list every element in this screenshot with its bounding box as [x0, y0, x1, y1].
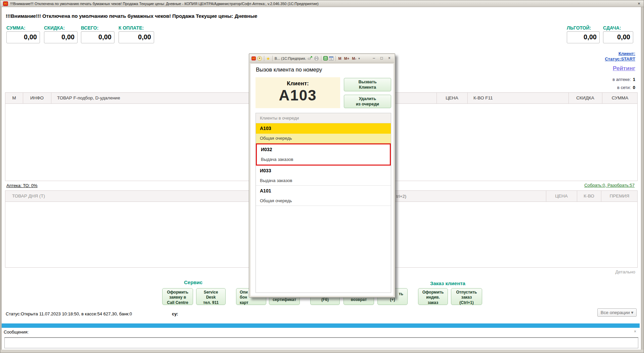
col-day-premium[interactable]: ПРЕМИЯ [601, 191, 638, 202]
order-section-title: Заказ клиента [430, 280, 465, 286]
col-day-qty[interactable]: К-ВО [577, 191, 601, 202]
in-pharmacy-counter: в аптеке:1 [612, 77, 635, 82]
col-info[interactable]: ИНФО [23, 93, 51, 103]
messages-close-icon[interactable]: × [634, 329, 636, 334]
call-centre-button[interactable]: Оформить заявку в Call Centre [162, 288, 193, 305]
queue-item-type: Выдача заказов [256, 176, 391, 186]
discount-label: СКИДКА: [44, 25, 65, 31]
queue-item-name: А103 [256, 123, 391, 134]
sum-label: СУММА: [6, 25, 26, 31]
dialog-minimize-button[interactable]: – [371, 56, 377, 61]
col-qty[interactable]: К-ВО F11 [467, 93, 568, 103]
release-order-button[interactable]: Отпустить заказ (Ctrl+1) [451, 288, 482, 305]
favorites-star-icon[interactable]: ★ [266, 56, 270, 61]
queue-item-type: Общая очередь [256, 134, 391, 143]
svg-text:31: 31 [330, 58, 332, 60]
1c-logo-icon: 1С [3, 1, 8, 6]
queue-item-a103[interactable]: А103 Общая очередь [256, 123, 391, 143]
window-bottom-edge [0, 350, 644, 353]
service-desk-button[interactable]: Service Desk тел. 911 [196, 288, 226, 305]
messages-label: Сообщения: [4, 329, 29, 335]
sum-field: 0,00 [6, 31, 40, 43]
window-titlebar: 1С !!!Внимание!!! Отключена по умолчанию… [0, 0, 644, 7]
discount-field: 0,00 [44, 31, 78, 43]
warning-banner: !!!Внимание!!! Отключена по умолчанию пе… [6, 13, 257, 19]
change-field: 0,00 [603, 31, 633, 43]
remove-from-queue-button[interactable]: Удалить из очереди [344, 95, 391, 108]
memory-m-plus-button[interactable]: М+ [343, 56, 350, 60]
status-start-link[interactable]: Статус:START [605, 56, 635, 62]
pos-main-window: 1С !!!Внимание!!! Отключена по умолчанию… [0, 0, 644, 353]
su-label: су: [172, 311, 178, 316]
call-client-button[interactable]: Вызвать Клиента [344, 78, 391, 91]
memory-m-button[interactable]: М [338, 56, 342, 60]
detail-label: Детально [615, 269, 635, 274]
collect-disassemble-link[interactable]: Собрать:0, Разобрать:57 [584, 183, 635, 188]
link-icon[interactable] [308, 56, 313, 61]
queue-item-name: И033 [256, 166, 391, 176]
messages-input[interactable] [4, 337, 638, 348]
register-status-text: Статус:Открыта 11.07.2023 10:18:50, в ка… [6, 311, 132, 316]
individual-order-button[interactable]: Оформить индив. заказ [418, 288, 448, 305]
col-day-price[interactable]: ЦЕНА [546, 191, 577, 202]
in-network-counter: в сети:0 [617, 85, 635, 90]
calculator-icon[interactable] [323, 56, 328, 61]
queue-item-i033[interactable]: И033 Выдача заказов [256, 166, 391, 186]
client-queue-list: Клиенты в очереди А103 Общая очередь И03… [256, 113, 391, 293]
1c-logo-icon: 1С [251, 56, 256, 60]
col-price[interactable]: ЦЕНА [436, 93, 467, 103]
plus-button-hotkey: (+) [378, 297, 407, 302]
queue-item-name: И032 [257, 144, 390, 155]
calendar-icon[interactable]: 31 [329, 56, 333, 61]
service-section-title: Сервис [184, 279, 202, 285]
benefit-label: ЛЬГОТОЙ: [567, 25, 591, 31]
col-sum[interactable]: СУММА [602, 93, 638, 103]
to-pay-label: К ОПЛАТЕ: [119, 25, 144, 31]
rating-link[interactable]: Рейтинг [613, 65, 635, 72]
memory-m-minus-button[interactable]: М- [351, 56, 357, 60]
queue-item-name: А101 [256, 186, 391, 196]
total-label: ВСЕГО: [81, 25, 98, 31]
total-field: 0,00 [81, 31, 114, 43]
queue-list-header: Клиенты в очереди [256, 113, 391, 123]
dialog-titlebar: 1С ▾ ★ В... (1С:Предприя. 31 М М+ М- ▾ [250, 54, 394, 63]
to-pay-field: 0,00 [119, 31, 154, 43]
client-label: Клиент: [256, 80, 340, 87]
window-frame-right [641, 7, 644, 353]
messages-divider-bar [2, 323, 640, 328]
dialog-heading: Вызов клиента по номеру [256, 67, 322, 73]
queue-item-type: Выдача заказов [257, 155, 390, 165]
system-menu-icon[interactable]: ▾ [257, 56, 262, 61]
dialog-content: Вызов клиента по номеру Клиент: А103 Выз… [250, 63, 394, 296]
chevron-down-icon[interactable]: ▾ [358, 57, 360, 60]
col-m[interactable]: М [5, 93, 23, 103]
window-frame-left [0, 7, 2, 353]
queue-item-type: Общая очередь [256, 196, 391, 206]
window-title: !!!Внимание!!! Отключена по умолчанию пе… [10, 2, 636, 6]
current-client-box: Клиент: А103 [256, 77, 340, 108]
dialog-title: В... (1С:Предприя. [275, 56, 306, 60]
benefit-field: 0,00 [567, 31, 600, 43]
dialog-maximize-button[interactable]: □ [378, 56, 385, 61]
call-client-dialog: 1С ▾ ★ В... (1С:Предприя. 31 М М+ М- ▾ [249, 53, 395, 298]
all-operations-button[interactable]: Все операции ▾ [597, 308, 637, 317]
pharmacy-to-link[interactable]: Аптека: ТО: 0% [6, 183, 38, 188]
queue-item-a101[interactable]: А101 Общая очередь [256, 186, 391, 206]
col-discount[interactable]: СКИДКА [568, 93, 602, 103]
dialog-close-button[interactable]: × [386, 56, 393, 61]
client-number: А103 [256, 87, 340, 104]
plus-button-fragment: ть [399, 292, 403, 297]
printer-icon[interactable] [314, 56, 319, 61]
change-label: СДАЧА: [603, 25, 621, 31]
partial-hotkey-text: trl+2) [396, 194, 406, 199]
queue-item-i032-selected[interactable]: И032 Выдача заказов [256, 143, 391, 166]
window-close-button[interactable]: × [636, 1, 642, 6]
